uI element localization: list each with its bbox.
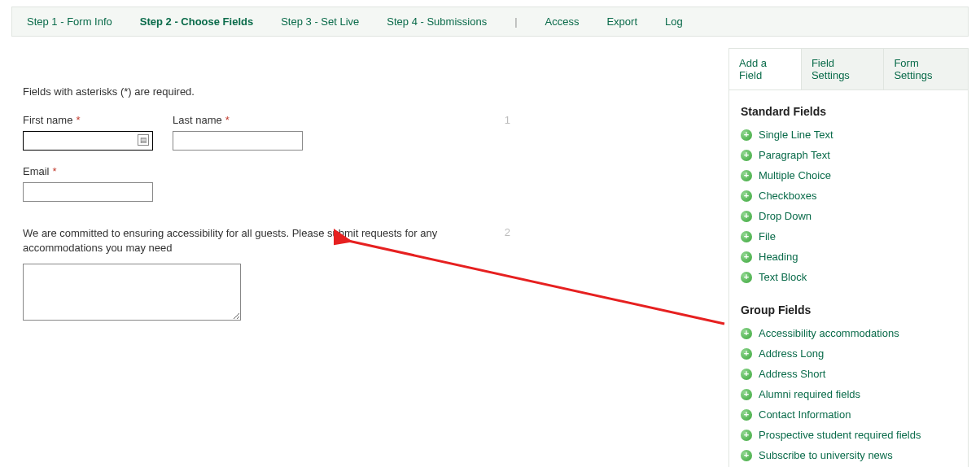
group-fields-heading: Group Fields [741,303,956,316]
row-number-2: 2 [505,226,510,238]
group-address-long[interactable]: + Address Long [741,343,956,364]
add-icon: + [741,272,752,283]
required-star: * [53,165,57,177]
field-multiple-choice[interactable]: + Multiple Choice [741,165,956,185]
tab-field-settings[interactable]: Field Settings [802,49,885,89]
nav-export[interactable]: Export [606,15,637,28]
field-checkboxes[interactable]: + Checkboxes [741,185,956,206]
right-panel: Add a Field Field Settings Form Settings… [728,48,969,467]
field-row-2: 2 We are committed to ensuring accessibi… [23,226,714,323]
add-icon: + [741,211,752,222]
group-contact-information[interactable]: + Contact Information [741,404,956,425]
top-nav: Step 1 - Form Info Step 2 - Choose Field… [11,7,969,37]
add-icon: + [741,231,752,242]
add-icon: + [741,150,752,161]
accessibility-textarea[interactable] [23,264,241,321]
email-field[interactable]: Email* [23,165,714,202]
add-icon: + [741,369,752,380]
field-heading[interactable]: + Heading [741,247,956,267]
field-paragraph-text[interactable]: + Paragraph Text [741,145,956,165]
first-name-input[interactable] [23,131,153,151]
tab-form-settings[interactable]: Form Settings [884,49,968,89]
add-icon: + [741,129,752,141]
add-icon: + [741,389,752,400]
field-file[interactable]: + File [741,226,956,247]
nav-divider: | [514,15,517,28]
add-icon: + [741,348,752,360]
email-label: Email* [23,165,714,177]
add-icon: + [741,170,752,181]
nav-access[interactable]: Access [545,15,580,28]
accessibility-description: We are committed to ensuring accessibili… [23,226,446,255]
first-name-field[interactable]: First name* ▤ [23,114,153,151]
last-name-input[interactable] [173,131,303,151]
group-address-short[interactable]: + Address Short [741,364,956,384]
nav-step-3[interactable]: Step 3 - Set Live [281,15,359,28]
required-star: * [76,114,80,126]
email-input[interactable] [23,182,153,202]
required-note: Fields with asterisks (*) are required. [23,85,714,98]
add-icon: + [741,450,752,461]
add-icon: + [741,430,752,441]
add-icon: + [741,251,752,263]
field-row-1: 1 First name* ▤ Last name* [23,114,714,165]
nav-step-4[interactable]: Step 4 - Submissions [387,15,487,28]
nav-step-1[interactable]: Step 1 - Form Info [27,15,112,28]
panel-tabs: Add a Field Field Settings Form Settings [729,49,968,90]
add-icon: + [741,190,752,202]
add-icon: + [741,328,752,339]
form-builder-canvas: Fields with asterisks (*) are required. … [0,37,728,323]
standard-fields-heading: Standard Fields [741,105,956,118]
group-subscribe-university-news[interactable]: + Subscribe to university news [741,445,956,465]
field-drop-down[interactable]: + Drop Down [741,206,956,226]
nav-step-2[interactable]: Step 2 - Choose Fields [140,15,253,28]
nav-log[interactable]: Log [665,15,683,28]
first-name-label: First name* [23,114,153,126]
group-alumni-required-fields[interactable]: + Alumni required fields [741,384,956,404]
last-name-field[interactable]: Last name* [173,114,303,151]
tab-add-field[interactable]: Add a Field [729,49,802,89]
add-icon: + [741,409,752,421]
row-number-1: 1 [505,114,510,126]
field-text-block[interactable]: + Text Block [741,267,956,287]
group-prospective-student-required-fields[interactable]: + Prospective student required fields [741,425,956,445]
required-star: * [225,114,230,126]
last-name-label: Last name* [173,114,303,126]
group-accessibility-accommodations[interactable]: + Accessibility accommodations [741,323,956,343]
field-single-line-text[interactable]: + Single Line Text [741,124,956,145]
contact-card-icon[interactable]: ▤ [138,134,149,146]
